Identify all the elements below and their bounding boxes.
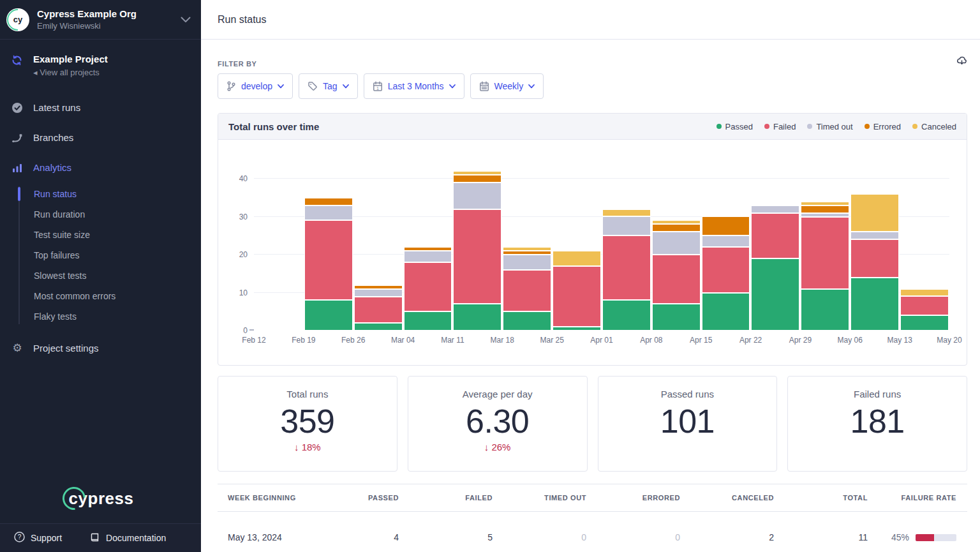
cell-week-beginning: May 13, 2024 (218, 532, 305, 542)
x-axis-tick: May 13 (887, 336, 912, 345)
column-header-errored: ERRORED (586, 494, 680, 502)
support-link[interactable]: ? Support (14, 532, 62, 544)
sidebar-item-run-status[interactable]: Run status (19, 184, 201, 204)
x-axis-tick: May 20 (937, 336, 961, 345)
calendar-icon: 1 (373, 81, 383, 92)
bar-segment-passed (503, 311, 551, 331)
stacked-bar (751, 205, 799, 331)
sidebar-nav: Example Project ◂ View all projects Late… (0, 40, 201, 363)
stacked-bar (503, 247, 551, 331)
legend-item-passed: Passed (716, 122, 753, 131)
bar-segment-canceled (900, 289, 949, 297)
sidebar-item-project-settings[interactable]: ⚙ Project settings (0, 333, 201, 363)
stat-value: 101 (598, 402, 777, 440)
org-switcher[interactable]: cy Cypress Example Org Emily Wisniewski (0, 0, 201, 40)
x-axis-tick: May 06 (838, 336, 863, 345)
date-range-filter-button[interactable]: 1 Last 3 Months (364, 73, 464, 99)
cell-failed: 5 (399, 532, 493, 542)
column-header-failed: FAILED (399, 494, 493, 502)
chevron-down-icon (278, 84, 284, 89)
total-runs-chart-card: Total runs over time PassedFailedTimed o… (218, 113, 967, 366)
sidebar-item-test-suite-size[interactable]: Test suite size (19, 225, 201, 245)
sidebar-item-run-duration[interactable]: Run duration (19, 204, 201, 225)
chevron-down-icon (343, 84, 349, 89)
y-axis-tick: 20 (228, 250, 248, 259)
bar-segment-passed (304, 300, 353, 331)
analytics-sub-nav: Run statusRun durationTest suite sizeTop… (19, 184, 201, 327)
sidebar-item-top-failures[interactable]: Top failures (19, 245, 201, 265)
zero-tick (249, 329, 254, 331)
weekly-calendar-icon (479, 81, 489, 92)
cloud-download-icon[interactable] (956, 55, 967, 68)
branch-filter-button[interactable]: develop (218, 73, 293, 99)
weekly-runs-table: WEEK BEGINNINGPASSEDFAILEDTIMED OUTERROR… (218, 484, 967, 552)
stacked-bar (702, 216, 750, 331)
y-axis-tick: 0 (228, 326, 248, 335)
bar-column-apr-22 (750, 155, 800, 331)
bar-segment-errored (652, 224, 701, 232)
stat-title: Total runs (218, 389, 397, 399)
bar-segment-timed-out (404, 251, 452, 262)
bar-segment-passed (801, 289, 849, 331)
x-axis-tick: Feb 26 (341, 336, 365, 345)
failure-rate-text: 45% (891, 532, 909, 542)
table-header-row: WEEK BEGINNINGPASSEDFAILEDTIMED OUTERROR… (218, 484, 967, 512)
chevron-down-icon (449, 84, 456, 89)
bar-column-apr-15 (701, 155, 751, 331)
stacked-bar (652, 220, 701, 331)
bar-segment-canceled (850, 194, 899, 232)
bar-segment-passed (900, 315, 949, 331)
filter-row: develop Tag 1 Last 3 Months (218, 73, 967, 99)
sidebar-item-most-common-errors[interactable]: Most common errors (19, 286, 201, 306)
stat-change: ↓ 26% (408, 442, 587, 452)
sidebar-footer: ? Support Documentation (0, 523, 201, 552)
bar-column-feb-26 (353, 155, 403, 331)
bar-segment-passed (602, 300, 651, 331)
x-axis-tick: Apr 08 (640, 336, 662, 345)
x-axis-tick: Apr 22 (739, 336, 762, 345)
documentation-link[interactable]: Documentation (90, 532, 166, 544)
chevron-down-icon (181, 14, 191, 26)
bar-segment-failed (553, 266, 601, 327)
sidebar-item-flaky-tests[interactable]: Flaky tests (19, 306, 201, 327)
legend-item-timed-out: Timed out (807, 122, 852, 131)
chart-bars (254, 155, 949, 331)
bar-segment-timed-out (304, 205, 353, 221)
filter-by-label: FILTER BY (218, 60, 967, 68)
stat-title: Average per day (408, 389, 587, 399)
cell-canceled: 2 (680, 532, 774, 542)
sidebar-item-project[interactable]: Example Project ◂ View all projects (0, 54, 201, 77)
cell-errored: 0 (586, 532, 680, 542)
stacked-bar (453, 171, 501, 331)
bar-column-mar-04 (403, 155, 453, 331)
sidebar-item-latest-runs[interactable]: Latest runs (0, 93, 201, 123)
branch-icon (226, 81, 236, 91)
cell-total: 11 (774, 532, 868, 542)
help-icon: ? (14, 532, 25, 544)
book-icon (90, 532, 100, 544)
stacked-bar (900, 289, 949, 331)
bar-segment-timed-out (850, 232, 899, 239)
stacked-bar (801, 202, 849, 331)
bar-segment-errored (801, 205, 849, 213)
branch-icon (11, 132, 23, 144)
view-all-projects-link[interactable]: ◂ View all projects (33, 68, 108, 77)
stat-card-average-per-day: Average per day6.30↓ 26% (408, 376, 588, 472)
sidebar-item-slowest-tests[interactable]: Slowest tests (19, 265, 201, 286)
stat-card-failed-runs: Failed runs181 (787, 376, 967, 472)
bar-segment-failed (702, 247, 750, 292)
column-header-timed-out: TIMED OUT (493, 494, 586, 502)
bar-segment-passed (453, 304, 501, 331)
table-row[interactable]: May 13, 2024450021145% (218, 512, 967, 552)
tag-filter-button[interactable]: Tag (299, 73, 358, 99)
bar-column-feb-12 (254, 155, 304, 331)
interval-filter-button[interactable]: Weekly (470, 73, 544, 99)
sidebar-item-analytics[interactable]: Analytics (0, 153, 201, 183)
chart-x-axis: Feb 12Feb 19Feb 26Mar 04Mar 11Mar 18Mar … (254, 334, 949, 346)
sidebar-item-branches[interactable]: Branches (0, 123, 201, 153)
x-axis-tick: Mar 18 (491, 336, 514, 345)
bar-segment-canceled (602, 209, 651, 217)
x-axis-tick: Mar 25 (540, 336, 563, 345)
stat-value: 6.30 (408, 402, 587, 440)
bar-segment-failed (404, 262, 452, 311)
